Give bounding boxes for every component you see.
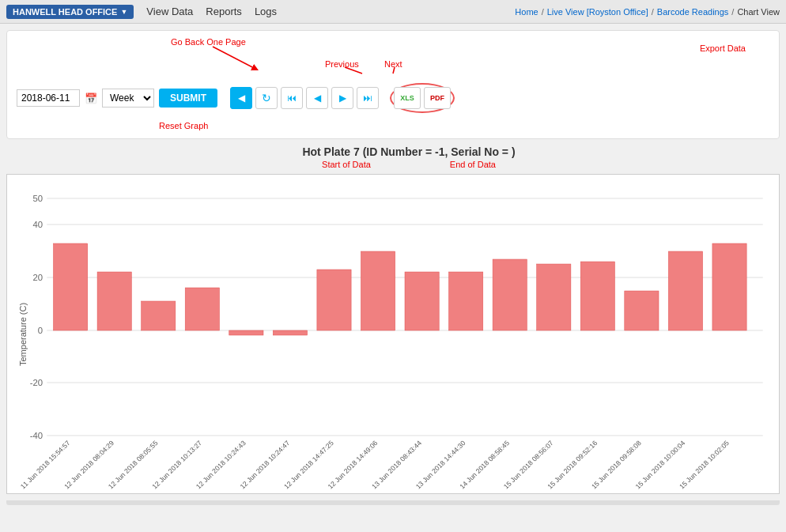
bar-chart: 50 40 20 0 -20 -40 (39, 183, 771, 483)
bar-5 (273, 330, 307, 335)
breadcrumb-current: Chart View (737, 7, 780, 17)
svg-text:-40: -40 (30, 431, 43, 440)
previous-button[interactable]: ◀ (306, 87, 328, 109)
date-input[interactable] (17, 89, 80, 107)
refresh-icon: ↻ (262, 92, 271, 104)
reset-button[interactable]: ↻ (255, 87, 278, 109)
svg-text:15 Jun 2018 10:00:04: 15 Jun 2018 10:00:04 (633, 439, 686, 490)
svg-text:40: 40 (33, 220, 43, 229)
svg-text:50: 50 (33, 194, 43, 203)
next-button[interactable]: ▶ (331, 87, 353, 109)
nav-links: View Data Reports Logs (146, 6, 277, 17)
svg-text:13 Jun 2018 14:44:30: 13 Jun 2018 14:44:30 (414, 439, 467, 490)
svg-text:15 Jun 2018 09:52:16: 15 Jun 2018 09:52:16 (546, 439, 599, 490)
next-icon: ▶ (339, 92, 346, 104)
svg-text:15 Jun 2018 09:58:08: 15 Jun 2018 09:58:08 (590, 439, 643, 490)
bar-0 (54, 243, 88, 330)
bar-2 (142, 301, 176, 330)
chart-inner: 50 40 20 0 -20 -40 (39, 183, 771, 485)
annotation-arrows (17, 37, 769, 77)
bar-10 (493, 259, 527, 330)
start-of-data-button[interactable]: ⏮ (281, 87, 303, 109)
bar-8 (405, 272, 439, 330)
export-circle: XLS PDF (390, 83, 455, 113)
calendar-icon[interactable]: 📅 (85, 92, 97, 104)
bar-12 (580, 262, 614, 330)
bar-3 (185, 288, 219, 330)
breadcrumb-barcode-readings[interactable]: Barcode Readings (657, 7, 729, 17)
breadcrumb-live-view[interactable]: Live View [Royston Office] (547, 7, 648, 17)
bar-4 (229, 330, 263, 335)
site-name: HANWELL HEAD OFFICE (13, 7, 117, 17)
breadcrumb-home[interactable]: Home (515, 7, 538, 17)
nav-reports[interactable]: Reports (206, 6, 242, 17)
previous-annotation: Previous (325, 59, 359, 69)
breadcrumb: Home / Live View [Royston Office] / Barc… (515, 7, 780, 17)
export-pdf-button[interactable]: PDF (424, 87, 451, 109)
svg-line-0 (213, 47, 255, 69)
svg-text:12 Jun 2018 08:04:29: 12 Jun 2018 08:04:29 (62, 439, 115, 490)
start-of-data-label: Start of Data (322, 160, 371, 169)
svg-text:-20: -20 (30, 378, 43, 387)
svg-text:12 Jun 2018 14:47:25: 12 Jun 2018 14:47:25 (282, 439, 335, 490)
site-selector[interactable]: HANWELL HEAD OFFICE ▼ (6, 5, 134, 19)
reset-graph-annotation: Reset Graph (159, 121, 208, 130)
bar-9 (449, 272, 483, 330)
svg-text:15 Jun 2018 08:56:07: 15 Jun 2018 08:56:07 (502, 439, 555, 490)
end-of-data-label: End of Data (450, 160, 496, 169)
skip-end-icon: ⏭ (363, 92, 372, 104)
bar-7 (361, 251, 395, 330)
bar-15 (712, 243, 746, 330)
svg-text:15 Jun 2018 10:02:05: 15 Jun 2018 10:02:05 (678, 439, 731, 490)
skip-start-icon: ⏮ (287, 92, 297, 104)
svg-text:20: 20 (33, 273, 43, 282)
go-back-annotation: Go Back One Page (171, 37, 246, 47)
nav-logs[interactable]: Logs (255, 6, 277, 17)
bar-14 (668, 251, 702, 330)
svg-text:12 Jun 2018 10:13:27: 12 Jun 2018 10:13:27 (150, 439, 203, 490)
submit-button[interactable]: SUBMIT (159, 89, 217, 108)
xls-icon: XLS (400, 94, 414, 102)
next-annotation: Next (384, 59, 402, 69)
go-back-button[interactable]: ◀ (230, 87, 252, 109)
controls-row: 📅 Week Day Month SUBMIT ◀ ↻ ⏮ ◀ (17, 78, 769, 118)
bar-13 (625, 291, 659, 330)
bar-1 (97, 272, 131, 330)
chart-title: Hot Plate 7 (ID Number = -1, Serial No =… (0, 145, 786, 158)
svg-text:12 Jun 2018 10:24:47: 12 Jun 2018 10:24:47 (238, 439, 291, 490)
nav-view-data[interactable]: View Data (146, 6, 193, 17)
chevron-down-icon: ▼ (120, 8, 127, 16)
bottom-separator (6, 500, 780, 505)
svg-text:13 Jun 2018 08:43:44: 13 Jun 2018 08:43:44 (370, 439, 423, 490)
bar-11 (537, 264, 571, 330)
top-navigation: HANWELL HEAD OFFICE ▼ View Data Reports … (0, 0, 786, 24)
go-back-icon: ◀ (238, 92, 245, 104)
svg-text:0: 0 (38, 326, 43, 335)
period-select[interactable]: Week Day Month (102, 89, 154, 108)
export-xls-button[interactable]: XLS (394, 87, 421, 109)
svg-text:12 Jun 2018 14:49:06: 12 Jun 2018 14:49:06 (327, 439, 380, 490)
export-annotation: Export Data (700, 43, 746, 53)
bar-6 (317, 270, 351, 330)
nav-button-group: ◀ ↻ ⏮ ◀ ▶ ⏭ (230, 87, 379, 109)
previous-icon: ◀ (314, 92, 321, 104)
svg-text:12 Jun 2018 08:05:55: 12 Jun 2018 08:05:55 (107, 439, 160, 490)
pdf-icon: PDF (430, 94, 444, 102)
chart-container: Temperature (C) 50 40 20 (6, 174, 780, 494)
svg-text:14 Jun 2018 08:58:45: 14 Jun 2018 08:58:45 (458, 439, 511, 490)
end-of-data-button[interactable]: ⏭ (357, 87, 379, 109)
svg-text:12 Jun 2018 10:24:43: 12 Jun 2018 10:24:43 (195, 439, 248, 490)
